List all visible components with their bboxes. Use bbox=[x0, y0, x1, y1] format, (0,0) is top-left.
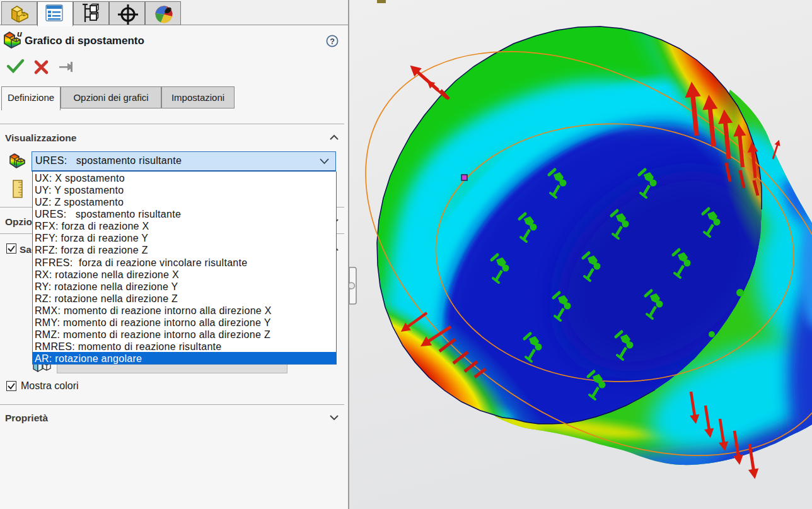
svg-text:u: u bbox=[17, 29, 22, 38]
svg-text:?: ? bbox=[330, 37, 335, 46]
